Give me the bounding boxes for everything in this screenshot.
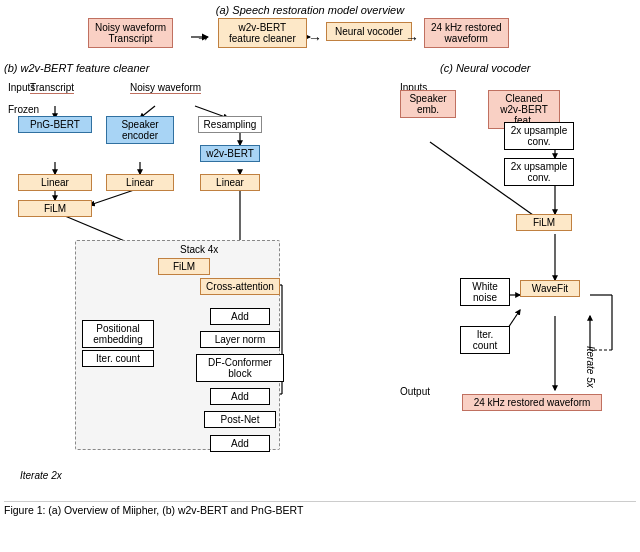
box-layer-norm: Layer norm bbox=[200, 331, 280, 348]
part-b-noisy-label: Noisy waveform bbox=[130, 82, 201, 94]
box-neural-vocoder: Neural vocoder bbox=[326, 22, 412, 41]
box-noisy-transcript: Noisy waveform Transcript bbox=[88, 18, 173, 48]
iterate-2x-label: Iterate 2x bbox=[20, 470, 62, 481]
figure-caption: Figure 1: (a) Overview of Miipher, (b) w… bbox=[4, 501, 636, 516]
box-linear-2: Linear bbox=[106, 174, 174, 191]
box-add-1: Add bbox=[210, 308, 270, 325]
box-film-c: FiLM bbox=[516, 214, 572, 231]
24khz-label1: 24 kHz restored bbox=[431, 22, 502, 33]
arrow-a3: → bbox=[405, 30, 419, 46]
box-w2v-bert-cleaner: w2v-BERT feature cleaner bbox=[218, 18, 307, 48]
stack-4x-label: Stack 4x bbox=[180, 244, 218, 255]
box-png-bert: PnG-BERT bbox=[18, 116, 92, 133]
box-resampling: Resampling bbox=[198, 116, 262, 133]
box-noisy-waveform-label: Noisy waveform bbox=[95, 22, 166, 33]
box-post-net: Post-Net bbox=[204, 411, 276, 428]
part-c-output-label: Output bbox=[400, 386, 430, 397]
part-b-frozen-label: Frozen bbox=[8, 104, 39, 115]
part-a-title: (a) Speech restoration model overview bbox=[120, 4, 500, 16]
box-cross-attention: Cross-attention bbox=[200, 278, 280, 295]
neural-vocoder-label: Neural vocoder bbox=[335, 26, 403, 37]
box-linear-3: Linear bbox=[200, 174, 260, 191]
w2v-label1: w2v-BERT bbox=[229, 22, 296, 33]
box-add-3: Add bbox=[210, 435, 270, 452]
box-w2v-bert-b: w2v-BERT bbox=[200, 145, 260, 162]
box-film-2: FiLM bbox=[158, 258, 210, 275]
iterate-5x-label: Iterate 5x bbox=[585, 346, 596, 388]
box-speaker-encoder: Speakerencoder bbox=[106, 116, 174, 144]
diagram-container: (a) Speech restoration model overview No… bbox=[0, 0, 640, 520]
w2v-label2: feature cleaner bbox=[229, 33, 296, 44]
box-positional-embedding: Positionalembedding bbox=[82, 320, 154, 348]
box-transcript-label: Transcript bbox=[95, 33, 166, 44]
box-wavefit: WaveFit bbox=[520, 280, 580, 297]
box-24khz: 24 kHz restored waveform bbox=[424, 18, 509, 48]
box-speaker-emb: Speakeremb. bbox=[400, 90, 456, 118]
box-output-24khz: 24 kHz restored waveform bbox=[462, 394, 602, 411]
box-white-noise: Whitenoise bbox=[460, 278, 510, 306]
24khz-label2: waveform bbox=[431, 33, 502, 44]
box-df-conformer: DF-Conformerblock bbox=[196, 354, 284, 382]
arrow-a1: → bbox=[196, 30, 210, 46]
box-iter-count-b: Iter. count bbox=[82, 350, 154, 367]
box-upsample-1: 2x upsampleconv. bbox=[504, 122, 574, 150]
box-iter-count-c: Iter.count bbox=[460, 326, 510, 354]
part-b-transcript-label: Transcript bbox=[30, 82, 74, 94]
box-add-2: Add bbox=[210, 388, 270, 405]
part-c-title: (c) Neural vocoder bbox=[440, 62, 530, 74]
arrow-a2: → bbox=[308, 30, 322, 46]
box-linear-1: Linear bbox=[18, 174, 92, 191]
box-film-1: FiLM bbox=[18, 200, 92, 217]
box-upsample-2: 2x upsampleconv. bbox=[504, 158, 574, 186]
part-b-title: (b) w2v-BERT feature cleaner bbox=[4, 62, 149, 74]
